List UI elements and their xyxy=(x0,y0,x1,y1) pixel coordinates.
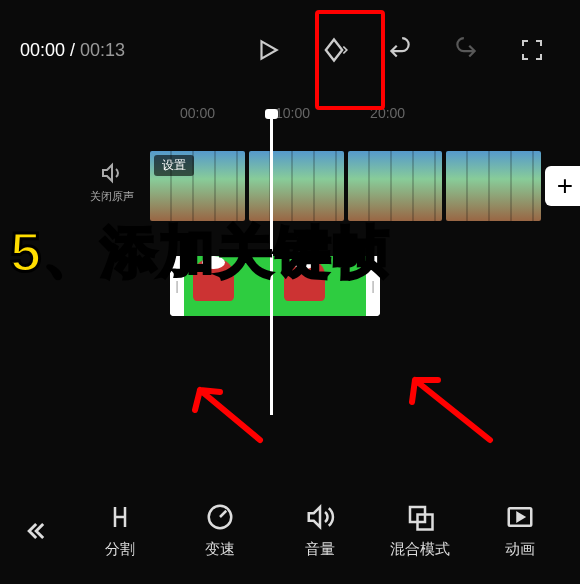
tool-label: 分割 xyxy=(105,540,135,559)
mute-original-audio-button[interactable]: 关闭原声 xyxy=(90,161,134,204)
add-clip-button[interactable]: + xyxy=(545,166,580,206)
split-tool[interactable]: 分割 xyxy=(70,502,170,559)
main-clip[interactable]: 设置 xyxy=(150,151,245,221)
mute-label: 关闭原声 xyxy=(90,189,134,204)
undo-button[interactable] xyxy=(382,32,418,68)
redo-icon xyxy=(453,37,479,63)
fullscreen-button[interactable] xyxy=(514,32,550,68)
speaker-icon xyxy=(100,161,124,185)
tutorial-arrow xyxy=(400,370,500,454)
play-button[interactable] xyxy=(250,32,286,68)
undo-icon xyxy=(387,37,413,63)
total-time: 00:13 xyxy=(80,40,125,60)
animation-tool[interactable]: 动画 xyxy=(470,502,570,559)
play-icon xyxy=(255,37,281,63)
clip-settings-label: 设置 xyxy=(154,155,194,176)
time-display: 00:00 / 00:13 xyxy=(20,40,125,61)
time-separator: / xyxy=(65,40,80,60)
timeline-ruler: 00:00 10:00 20:00 xyxy=(0,100,580,126)
animation-icon xyxy=(505,502,535,532)
overlay-track[interactable]: | | xyxy=(170,256,380,316)
volume-icon xyxy=(305,502,335,532)
ruler-tick: 00:00 xyxy=(180,105,215,121)
volume-tool[interactable]: 音量 xyxy=(270,502,370,559)
ruler-tick: 10:00 xyxy=(275,105,310,121)
tool-label: 音量 xyxy=(305,540,335,559)
keyframe-icon xyxy=(320,36,348,64)
tool-label: 变速 xyxy=(205,540,235,559)
main-clip[interactable] xyxy=(446,151,541,221)
bottom-toolbar: 分割 变速 音量 混合模式 动画 xyxy=(0,492,580,569)
playhead[interactable] xyxy=(270,115,273,415)
speed-icon xyxy=(205,502,235,532)
overlay-thumbnail xyxy=(184,256,275,316)
main-video-track[interactable]: 关闭原声 设置 + xyxy=(150,146,580,226)
fullscreen-icon xyxy=(520,38,544,62)
chevron-double-left-icon xyxy=(21,517,49,545)
plus-icon: + xyxy=(557,170,573,202)
main-clip[interactable] xyxy=(249,151,344,221)
tool-label: 动画 xyxy=(505,540,535,559)
clip-handle-left[interactable]: | xyxy=(170,256,184,316)
keyframe-button[interactable] xyxy=(316,32,352,68)
back-button[interactable] xyxy=(10,506,60,556)
blend-mode-tool[interactable]: 混合模式 xyxy=(370,502,470,559)
main-clip[interactable] xyxy=(348,151,443,221)
redo-button[interactable] xyxy=(448,32,484,68)
tool-label: 混合模式 xyxy=(390,540,450,559)
speed-tool[interactable]: 变速 xyxy=(170,502,270,559)
overlay-clip[interactable]: | | xyxy=(170,256,380,316)
blend-icon xyxy=(405,502,435,532)
clip-handle-right[interactable]: | xyxy=(366,256,380,316)
overlay-thumbnail xyxy=(275,256,366,316)
current-time: 00:00 xyxy=(20,40,65,60)
split-icon xyxy=(105,502,135,532)
ruler-tick: 20:00 xyxy=(370,105,405,121)
tutorial-arrow xyxy=(180,380,270,454)
